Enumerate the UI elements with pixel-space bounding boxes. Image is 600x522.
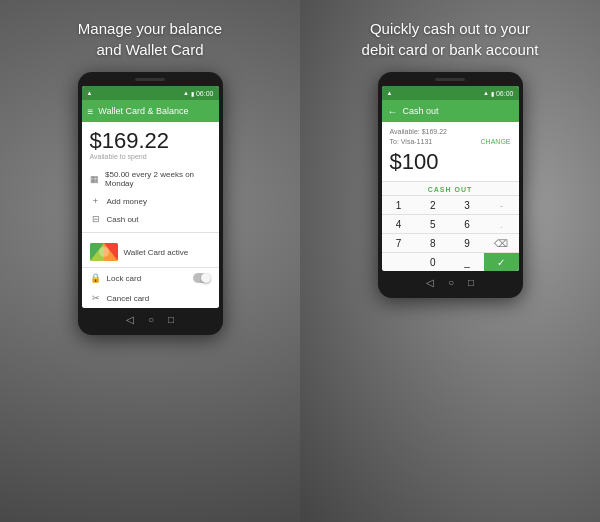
lock-icon: 🔒 [90, 273, 102, 283]
schedule-text: $50.00 every 2 weeks on Monday [105, 170, 210, 188]
cashout-app-header: ← Cash out [382, 100, 519, 122]
cancel-label: Cancel card [107, 294, 150, 303]
status-bar-left: ▲ ▲ ▮ 06:00 [82, 86, 219, 100]
key-empty [382, 252, 416, 271]
key-delete[interactable]: ⌫ [484, 233, 518, 252]
recents-btn-left[interactable]: □ [168, 314, 174, 325]
back-icon[interactable]: ← [388, 106, 398, 117]
to-row: To: Visa-1131 CHANGE [390, 138, 511, 145]
signal-icon-right: ▲ [387, 90, 393, 96]
key-dash: - [484, 195, 518, 214]
key-9[interactable]: 9 [450, 233, 484, 252]
header-title-left: Wallet Card & Balance [98, 106, 212, 116]
divider-1 [82, 232, 219, 233]
key-4[interactable]: 4 [382, 214, 416, 233]
key-5[interactable]: 5 [416, 214, 450, 233]
recents-btn-right[interactable]: □ [468, 277, 474, 288]
scissors-icon: ✂ [90, 293, 102, 303]
cashout-text: Cash out [107, 215, 139, 224]
status-bar-right: ▲ ▲ ▮ 06:00 [382, 86, 519, 100]
cashout-header-title: Cash out [403, 106, 439, 116]
menu-icon: ≡ [88, 106, 94, 117]
phone-speaker-right [435, 78, 465, 81]
keypad-section: CASH OUT 1 2 3 - 4 5 6 . 7 8 9 [382, 181, 519, 271]
key-3[interactable]: 3 [450, 195, 484, 214]
lock-toggle[interactable] [193, 273, 211, 283]
available-label: Available: $169.22 [390, 128, 448, 135]
wallet-card-label: Wallet Card active [124, 248, 189, 257]
key-dot: . [484, 214, 518, 233]
phone-nav-right: ◁ ○ □ [382, 277, 519, 288]
signal-icon: ▲ [87, 90, 93, 96]
cashout-btn-row: CASH OUT [382, 182, 519, 195]
wallet-card-image [90, 243, 118, 261]
balance-label: Available to spend [90, 153, 211, 160]
cashout-amount: $100 [390, 149, 511, 175]
status-time-right: 06:00 [496, 90, 514, 97]
cashout-button[interactable]: CASH OUT [428, 186, 473, 193]
menu-item-schedule: ▦ $50.00 every 2 weeks on Monday [90, 166, 211, 192]
add-money-text: Add money [107, 197, 147, 206]
calendar-icon: ▦ [90, 174, 101, 184]
left-screen: ▲ ▲ ▮ 06:00 ≡ Wallet Card & Balance $169… [82, 86, 219, 308]
battery-icon-right: ▮ [491, 90, 494, 97]
wallet-card-section: Wallet Card active [90, 237, 211, 267]
left-panel: Manage your balance and Wallet Card ▲ ▲ … [0, 0, 300, 522]
key-confirm[interactable]: ✓ [484, 252, 518, 271]
home-btn-left[interactable]: ○ [148, 314, 154, 325]
wifi-icon-right: ▲ [483, 90, 489, 96]
right-phone: ▲ ▲ ▮ 06:00 ← Cash out [378, 72, 523, 298]
app-content-left: $169.22 Available to spend ▦ $50.00 ever… [82, 122, 219, 308]
key-0[interactable]: 0 [416, 252, 450, 271]
key-6[interactable]: 6 [450, 214, 484, 233]
lock-label: Lock card [107, 274, 188, 283]
key-8[interactable]: 8 [416, 233, 450, 252]
left-caption: Manage your balance and Wallet Card [78, 18, 222, 60]
key-7[interactable]: 7 [382, 233, 416, 252]
add-icon: + [90, 196, 102, 206]
bank-icon: ⊟ [90, 214, 102, 224]
available-row: Available: $169.22 [390, 128, 511, 135]
right-caption: Quickly cash out to your debit card or b… [362, 18, 539, 60]
keypad: 1 2 3 - 4 5 6 . 7 8 9 ⌫ 0 _ [382, 195, 519, 271]
cashout-content: Available: $169.22 To: Visa-1131 CHANGE … [382, 122, 519, 175]
phone-nav-left: ◁ ○ □ [82, 314, 219, 325]
change-button[interactable]: CHANGE [481, 138, 511, 145]
key-1[interactable]: 1 [382, 195, 416, 214]
status-time-left: 06:00 [196, 90, 214, 97]
app-header-left: ≡ Wallet Card & Balance [82, 100, 219, 122]
toggle-knob [201, 273, 211, 283]
wifi-icon: ▲ [183, 90, 189, 96]
to-label: To: Visa-1131 [390, 138, 433, 145]
home-btn-right[interactable]: ○ [448, 277, 454, 288]
cancel-row[interactable]: ✂ Cancel card [90, 288, 211, 308]
lock-row: 🔒 Lock card [90, 268, 211, 288]
balance-amount: $169.22 [90, 130, 211, 152]
svg-point-3 [99, 247, 109, 257]
right-panel: Quickly cash out to your debit card or b… [300, 0, 600, 522]
menu-item-add[interactable]: + Add money [90, 192, 211, 210]
battery-icon: ▮ [191, 90, 194, 97]
phone-speaker [135, 78, 165, 81]
back-btn-left[interactable]: ◁ [126, 314, 134, 325]
back-btn-right[interactable]: ◁ [426, 277, 434, 288]
menu-item-cashout[interactable]: ⊟ Cash out [90, 210, 211, 228]
right-screen: ▲ ▲ ▮ 06:00 ← Cash out [382, 86, 519, 271]
left-phone: ▲ ▲ ▮ 06:00 ≡ Wallet Card & Balance $169… [78, 72, 223, 335]
key-2[interactable]: 2 [416, 195, 450, 214]
main-container: Manage your balance and Wallet Card ▲ ▲ … [0, 0, 600, 522]
key-underscore: _ [450, 252, 484, 271]
